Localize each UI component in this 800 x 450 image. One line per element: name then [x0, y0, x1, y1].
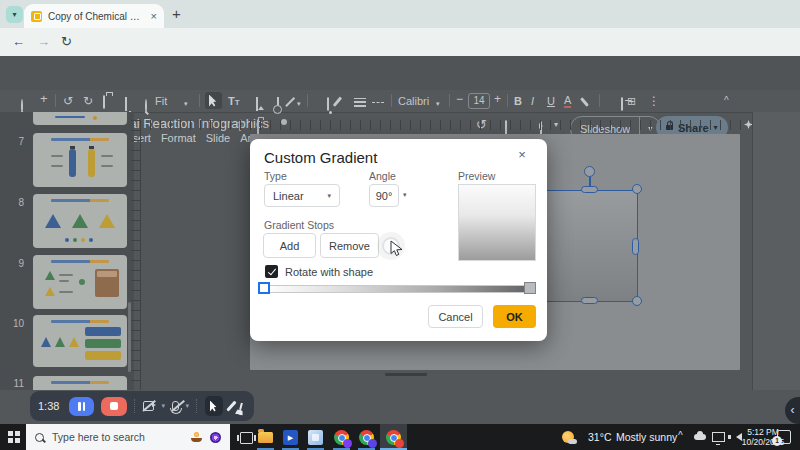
menu-slide[interactable]: Slide [206, 132, 230, 144]
zoom-caret-icon[interactable] [184, 97, 188, 111]
text-color-button[interactable]: A [564, 94, 571, 108]
zoom-select[interactable]: Fit [155, 94, 167, 108]
angle-caret-icon[interactable] [403, 191, 407, 199]
increase-font-button[interactable] [494, 92, 501, 106]
undo-icon[interactable] [63, 94, 73, 108]
gradient-stop-handle-left[interactable] [258, 282, 270, 294]
menu-format[interactable]: Format [161, 132, 196, 144]
resize-handle-bottom-right[interactable] [632, 296, 642, 306]
remove-stop-button[interactable]: Remove [320, 233, 379, 258]
border-dash-icon[interactable] [372, 102, 384, 103]
eraser-tool-icon[interactable] [239, 402, 243, 409]
network-icon[interactable] [712, 432, 725, 442]
text-box-icon[interactable]: TT [228, 94, 240, 110]
resize-handle-top-right[interactable] [632, 184, 642, 194]
gradient-stop-slider[interactable] [263, 285, 535, 293]
slide-thumbnail-9[interactable] [33, 255, 127, 309]
cancel-button[interactable]: Cancel [428, 305, 483, 328]
font-size-field[interactable]: 14 [468, 93, 490, 109]
new-slide-button[interactable] [40, 92, 48, 106]
search-placeholder: Type here to search [52, 431, 183, 443]
active-app-tile[interactable] [380, 424, 407, 450]
type-label: Type [264, 170, 287, 182]
chrome-icon-3[interactable] [386, 430, 401, 445]
border-color-icon[interactable] [333, 96, 342, 106]
gradient-stop-handle-right[interactable] [524, 282, 536, 294]
back-button[interactable] [12, 34, 25, 49]
angle-field[interactable]: 90° [369, 184, 399, 207]
highlight-color-icon[interactable] [580, 97, 589, 107]
pen-tool-icon[interactable] [226, 401, 236, 412]
task-view-button[interactable] [240, 432, 253, 444]
mic-off-icon[interactable] [172, 401, 179, 411]
browser-tab[interactable]: Copy of Chemical Reaction Inf × [24, 4, 164, 28]
insert-line-icon[interactable] [285, 97, 295, 107]
camera-off-icon[interactable] [143, 401, 155, 411]
slide-thumbnail-6[interactable] [33, 112, 127, 125]
resize-handle-bottom[interactable] [581, 297, 598, 304]
mic-caret-icon[interactable] [186, 402, 190, 410]
line-caret-icon[interactable] [297, 97, 301, 111]
workspace-side-panel [752, 112, 800, 390]
weather-temp[interactable]: 31°C [588, 431, 611, 443]
decrease-font-button[interactable] [456, 92, 463, 106]
insert-link-icon[interactable] [621, 97, 623, 111]
reload-button[interactable] [61, 34, 72, 49]
taskbar-search-box[interactable]: Type here to search [26, 424, 230, 450]
slide-thumbnail-10[interactable] [33, 315, 127, 367]
type-select[interactable]: Linear [264, 184, 340, 207]
underline-button[interactable]: U [547, 94, 555, 108]
app-header: Copy of Chemical Reaction Infographics F… [0, 56, 800, 90]
add-stop-button[interactable]: Add [263, 233, 316, 258]
slide-thumbnail-8[interactable] [33, 194, 127, 248]
chrome-icon-1[interactable] [334, 430, 349, 445]
selected-shape[interactable] [542, 190, 638, 302]
chrome-icon-2[interactable] [359, 430, 374, 445]
camera-caret-icon[interactable] [161, 402, 165, 410]
tab-search-button[interactable] [6, 6, 23, 23]
pause-recording-button[interactable] [69, 397, 94, 416]
slide-thumbnail-11[interactable] [33, 376, 127, 390]
cursor-tool-button[interactable] [205, 396, 223, 416]
fill-color-icon[interactable] [327, 97, 329, 111]
tray-expand-icon[interactable] [678, 430, 683, 441]
italic-button[interactable]: I [531, 94, 534, 108]
bold-button[interactable]: B [514, 94, 522, 108]
onedrive-cloud-icon[interactable] [694, 434, 706, 440]
stop-recording-button[interactable] [101, 397, 126, 416]
speaker-notes-divider[interactable] [385, 373, 427, 376]
search-menus-icon[interactable] [21, 99, 23, 113]
start-button[interactable] [8, 431, 20, 443]
insert-image-icon[interactable] [256, 97, 258, 111]
forward-button[interactable] [37, 34, 50, 49]
resize-handle-top[interactable] [581, 186, 598, 193]
weather-desc[interactable]: Mostly sunny [616, 431, 677, 443]
ok-button[interactable]: OK [493, 305, 536, 328]
rotate-handle[interactable] [584, 166, 595, 177]
photos-icon[interactable] [308, 430, 323, 445]
collapse-toolbar-icon[interactable] [724, 94, 729, 108]
recorder-collapse-tab[interactable] [785, 397, 800, 424]
redo-icon[interactable] [83, 94, 93, 108]
thumb-title [51, 320, 109, 323]
file-explorer-icon[interactable] [258, 432, 273, 443]
rotate-with-shape-checkbox[interactable] [265, 265, 278, 278]
movies-tv-icon[interactable] [283, 430, 298, 445]
font-family-select[interactable]: Calibri [398, 94, 429, 108]
resize-handle-right[interactable] [632, 238, 639, 255]
zoom-icon[interactable] [145, 99, 147, 113]
add-comment-icon[interactable] [627, 94, 636, 108]
dialog-close-button[interactable]: × [514, 147, 530, 162]
tab-close-button[interactable]: × [151, 10, 157, 22]
border-weight-icon[interactable] [354, 98, 366, 107]
action-center-icon[interactable]: 1 [777, 430, 791, 444]
font-caret-icon[interactable] [436, 97, 440, 111]
print-icon[interactable] [103, 95, 105, 109]
select-tool-button[interactable] [205, 92, 222, 109]
insert-shape-icon[interactable] [277, 97, 279, 111]
paint-format-icon[interactable] [125, 97, 127, 111]
more-options-icon[interactable] [648, 94, 660, 108]
slide-thumbnail-7[interactable] [33, 133, 127, 187]
weather-icon[interactable] [562, 431, 574, 443]
new-tab-button[interactable] [172, 5, 181, 22]
